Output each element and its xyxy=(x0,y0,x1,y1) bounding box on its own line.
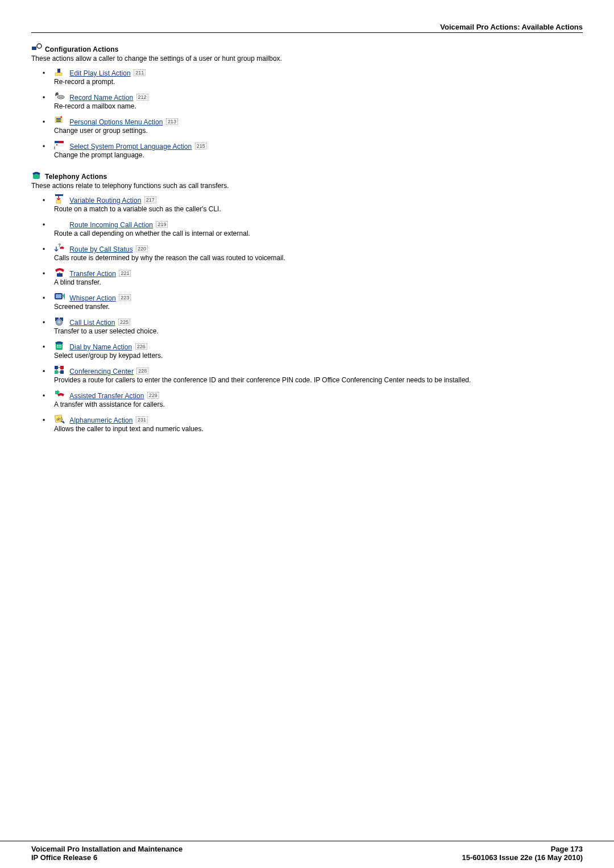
blank-icon xyxy=(54,219,65,229)
assisted-icon xyxy=(54,390,65,400)
gear-icon xyxy=(31,43,43,53)
page-ref: 229 xyxy=(147,392,159,399)
alphanumeric-link[interactable]: Alphanumeric Action xyxy=(69,416,132,424)
phone-icon xyxy=(31,170,43,181)
route-incoming-link[interactable]: Route Incoming Call Action xyxy=(69,221,153,229)
personal-options-link[interactable]: Personal Options Menu Action xyxy=(69,118,163,126)
config-heading: Configuration Actions xyxy=(45,45,119,53)
config-intro: These actions allow a caller to change t… xyxy=(31,55,583,62)
svg-rect-2 xyxy=(55,73,62,76)
svg-rect-7 xyxy=(56,120,61,121)
dial-by-name-link[interactable]: Dial by Name Action xyxy=(69,343,132,351)
list-item: Conferencing Center 228 Provides a route… xyxy=(31,365,583,384)
alpha-icon: ab1 xyxy=(54,414,65,424)
item-desc: Change user or group settings. xyxy=(54,127,583,135)
svg-rect-12 xyxy=(56,144,57,145)
list-item: Record Name Action 212 Re-record a mailb… xyxy=(31,91,583,110)
svg-rect-18 xyxy=(57,273,63,277)
page-ref: 221 xyxy=(119,270,131,277)
page-ref: 226 xyxy=(135,343,147,350)
item-desc: Allows the caller to input text and nume… xyxy=(54,425,583,433)
list-item: Select System Prompt Language Action 215… xyxy=(31,140,583,159)
footer-right-2: 15-601063 Issue 22e (16 May 2010) xyxy=(462,853,583,862)
edit-play-list-link[interactable]: Edit Play List Action xyxy=(69,69,131,77)
svg-point-26 xyxy=(59,345,60,346)
section-config-actions: Configuration Actions These actions allo… xyxy=(31,43,583,159)
conferencing-link[interactable]: Conferencing Center xyxy=(69,368,134,375)
item-desc: Route on a match to a variable such as t… xyxy=(54,205,583,213)
svg-rect-31 xyxy=(55,366,58,369)
item-desc: A blind transfer. xyxy=(54,278,583,286)
dial-icon xyxy=(54,341,65,351)
svg-rect-34 xyxy=(60,370,64,374)
conference-icon xyxy=(54,365,65,375)
svg-rect-3 xyxy=(57,69,60,73)
item-desc: Screened transfer. xyxy=(54,303,583,311)
svg-rect-16 xyxy=(56,200,61,203)
menu-icon xyxy=(54,116,65,126)
svg-rect-0 xyxy=(32,47,36,50)
item-desc: Select user/group by keypad letters. xyxy=(54,352,583,360)
assisted-transfer-link[interactable]: Assisted Transfer Action xyxy=(69,392,144,400)
list-item: Transfer Action 221 A blind transfer. xyxy=(31,268,583,286)
item-desc: Change the prompt language. xyxy=(54,151,583,159)
item-desc: Re-record a mailbox name. xyxy=(54,102,583,110)
svg-rect-8 xyxy=(56,121,61,122)
list-item: Call List Action 225 Transfer to a user … xyxy=(31,316,583,335)
page-footer: Voicemail Pro Installation and Maintenan… xyxy=(0,841,614,867)
svg-point-1 xyxy=(37,44,42,48)
page-ref: 219 xyxy=(156,221,168,228)
item-desc: Route a call depending on whether the ca… xyxy=(54,229,583,237)
list-item: Dial by Name Action 226 Select user/grou… xyxy=(31,341,583,360)
record-name-link[interactable]: Record Name Action xyxy=(69,94,133,102)
page-header: Voicemail Pro Actions: Available Actions xyxy=(31,23,583,33)
page-ref: 231 xyxy=(136,416,148,423)
list-item: Assisted Transfer Action 229 A transfer … xyxy=(31,390,583,408)
telephony-heading: Telephony Actions xyxy=(45,173,107,181)
header-title: Voicemail Pro Actions: Available Actions xyxy=(31,23,583,31)
svg-text:?: ? xyxy=(58,243,61,248)
page-ref: 228 xyxy=(136,368,148,374)
call-list-link[interactable]: Call List Action xyxy=(69,319,115,327)
svg-rect-10 xyxy=(55,141,59,143)
item-desc: Provides a route for callers to enter th… xyxy=(54,376,583,384)
call-list-icon xyxy=(54,316,65,327)
page-ref: 213 xyxy=(166,118,178,125)
transfer-link[interactable]: Transfer Action xyxy=(69,270,116,278)
transfer-icon xyxy=(54,268,65,278)
section-telephony-actions: Telephony Actions These actions relate t… xyxy=(31,170,583,433)
telephony-actions-list: Variable Routing Action 217 Route on a m… xyxy=(31,194,583,433)
svg-rect-32 xyxy=(60,366,64,369)
list-item: Route Incoming Call Action 219 Route a c… xyxy=(31,219,583,237)
page-ref: 223 xyxy=(119,294,131,301)
flag-icon xyxy=(54,140,65,151)
whisper-link[interactable]: Whisper Action xyxy=(69,294,115,302)
svg-point-27 xyxy=(60,345,61,346)
status-icon: ? xyxy=(54,243,65,253)
list-item: Variable Routing Action 217 Route on a m… xyxy=(31,194,583,213)
page-ref: 220 xyxy=(136,245,148,252)
select-language-link[interactable]: Select System Prompt Language Action xyxy=(69,143,192,151)
item-desc: Transfer to a user selected choice. xyxy=(54,327,583,335)
list-item: ab1 Alphanumeric Action 231 Allows the c… xyxy=(31,414,583,433)
footer-right-1: Page 173 xyxy=(551,845,583,853)
item-desc: Re-record a prompt. xyxy=(54,78,583,86)
route-by-status-link[interactable]: Route by Call Status xyxy=(69,245,132,253)
svg-point-25 xyxy=(57,345,58,346)
item-desc: Calls route is determined by why the rea… xyxy=(54,254,583,262)
item-desc: A transfer with assistance for callers. xyxy=(54,400,583,408)
page-ref: 217 xyxy=(144,197,156,203)
svg-rect-11 xyxy=(55,144,64,146)
svg-point-28 xyxy=(57,347,58,348)
svg-point-30 xyxy=(60,347,61,348)
footer-left-1: Voicemail Pro Installation and Maintenan… xyxy=(31,845,182,853)
whisper-icon xyxy=(54,292,65,302)
variable-routing-link[interactable]: Variable Routing Action xyxy=(69,197,141,205)
telephony-intro: These actions relate to telephony functi… xyxy=(31,182,583,190)
list-item: ? Route by Call Status 220 Calls route i… xyxy=(31,243,583,262)
record-icon xyxy=(54,91,65,102)
routing-icon xyxy=(54,194,65,205)
svg-point-29 xyxy=(59,347,60,348)
page-ref: 225 xyxy=(118,319,130,326)
page-ref: 212 xyxy=(136,94,148,101)
